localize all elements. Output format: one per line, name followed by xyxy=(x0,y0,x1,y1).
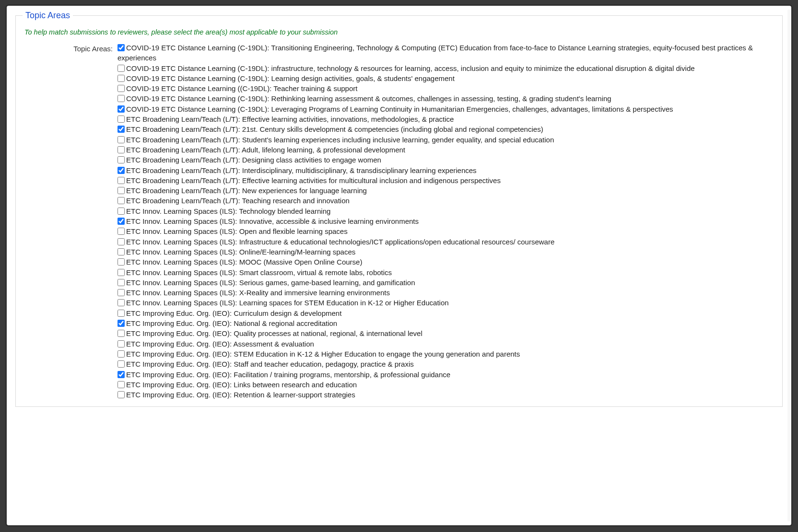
topic-checkbox[interactable] xyxy=(117,299,125,306)
topic-option[interactable]: ETC Improving Educ. Org. (IEO): Retentio… xyxy=(117,390,775,400)
topic-checkbox[interactable] xyxy=(117,381,125,388)
topic-label: COVID-19 ETC Distance Learning ((C-19DL)… xyxy=(126,84,357,93)
topic-option[interactable]: ETC Innov. Learning Spaces (ILS): Online… xyxy=(117,247,775,257)
topic-label: ETC Improving Educ. Org. (IEO): Assessme… xyxy=(126,340,314,348)
topic-checkbox[interactable] xyxy=(117,218,125,225)
viewport: Topic Areas To help match submissions to… xyxy=(0,0,798,532)
topic-option[interactable]: COVID-19 ETC Distance Learning (C-19DL):… xyxy=(117,104,775,114)
topic-checkbox[interactable] xyxy=(117,44,125,51)
topic-label: ETC Innov. Learning Spaces (ILS): Smart … xyxy=(126,268,392,277)
topic-option[interactable]: ETC Innov. Learning Spaces (ILS): Smart … xyxy=(117,267,775,278)
topic-label: ETC Innov. Learning Spaces (ILS): Innova… xyxy=(126,217,419,225)
topic-label: ETC Broadening Learn/Teach (L/T): Effect… xyxy=(126,176,501,185)
topic-label: ETC Improving Educ. Org. (IEO): Quality … xyxy=(126,329,422,337)
topic-checkbox[interactable] xyxy=(117,156,125,163)
topic-checkbox[interactable] xyxy=(117,197,125,204)
topic-label: COVID-19 ETC Distance Learning (C-19DL):… xyxy=(126,74,455,82)
topic-label: ETC Innov. Learning Spaces (ILS): Infras… xyxy=(126,238,554,246)
topic-checkbox[interactable] xyxy=(117,126,125,133)
topic-label: COVID-19 ETC Distance Learning (C-19DL):… xyxy=(117,44,753,62)
topic-checkbox[interactable] xyxy=(117,187,125,194)
topic-option[interactable]: ETC Improving Educ. Org. (IEO): Links be… xyxy=(117,380,775,390)
form-row: Topic Areas: COVID-19 ETC Distance Learn… xyxy=(23,43,775,400)
topic-checkbox[interactable] xyxy=(117,391,125,398)
topic-checkbox[interactable] xyxy=(117,310,125,317)
topic-checkbox[interactable] xyxy=(117,65,125,72)
topic-checkbox[interactable] xyxy=(117,95,125,102)
topic-checkbox[interactable] xyxy=(117,289,125,296)
topic-option[interactable]: ETC Broadening Learn/Teach (L/T): Effect… xyxy=(117,114,775,124)
topic-checkbox[interactable] xyxy=(117,146,125,153)
topic-option[interactable]: ETC Broadening Learn/Teach (L/T): Design… xyxy=(117,155,775,165)
topic-option[interactable]: ETC Broadening Learn/Teach (L/T): Studen… xyxy=(117,135,775,145)
topic-option[interactable]: ETC Innov. Learning Spaces (ILS): Techno… xyxy=(117,206,775,216)
topic-option[interactable]: ETC Improving Educ. Org. (IEO): Curricul… xyxy=(117,308,775,318)
topic-checkbox[interactable] xyxy=(117,228,125,235)
help-text: To help match submissions to reviewers, … xyxy=(24,28,775,36)
topic-option[interactable]: ETC Broadening Learn/Teach (L/T): New ex… xyxy=(117,185,775,196)
topic-option[interactable]: COVID-19 ETC Distance Learning (C-19DL):… xyxy=(117,63,775,73)
topic-label: ETC Broadening Learn/Teach (L/T): New ex… xyxy=(126,186,367,195)
topic-option[interactable]: ETC Broadening Learn/Teach (L/T): Effect… xyxy=(117,175,775,185)
topic-option[interactable]: ETC Improving Educ. Org. (IEO): Assessme… xyxy=(117,339,775,349)
topic-checkbox[interactable] xyxy=(117,360,125,368)
topic-checkbox[interactable] xyxy=(117,279,125,286)
topic-checkbox[interactable] xyxy=(117,85,125,92)
topic-option[interactable]: ETC Broadening Learn/Teach (L/T): Interd… xyxy=(117,165,775,175)
topic-label: COVID-19 ETC Distance Learning (C-19DL):… xyxy=(126,64,695,72)
topic-label: COVID-19 ETC Distance Learning (C-19DL):… xyxy=(126,94,611,103)
topic-label: ETC Broadening Learn/Teach (L/T): Teachi… xyxy=(126,197,350,205)
topic-checkbox[interactable] xyxy=(117,269,125,276)
topic-checkbox[interactable] xyxy=(117,330,125,337)
fieldset-legend: Topic Areas xyxy=(23,11,73,21)
topic-option[interactable]: ETC Innov. Learning Spaces (ILS): Innova… xyxy=(117,216,775,226)
topic-checkbox[interactable] xyxy=(117,350,125,358)
topic-option[interactable]: ETC Improving Educ. Org. (IEO): National… xyxy=(117,318,775,328)
topic-label: ETC Broadening Learn/Teach (L/T): Interd… xyxy=(126,166,477,174)
topic-checkbox[interactable] xyxy=(117,208,125,215)
topic-label: ETC Innov. Learning Spaces (ILS): Seriou… xyxy=(126,278,415,287)
topic-option[interactable]: ETC Improving Educ. Org. (IEO): Staff an… xyxy=(117,359,775,369)
topic-option[interactable]: ETC Innov. Learning Spaces (ILS): X-Real… xyxy=(117,288,775,298)
topic-label: ETC Improving Educ. Org. (IEO): Facilita… xyxy=(126,370,450,379)
topic-checkbox[interactable] xyxy=(117,248,125,255)
topic-label: COVID-19 ETC Distance Learning (C-19DL):… xyxy=(126,105,673,113)
topic-option[interactable]: ETC Innov. Learning Spaces (ILS): Open a… xyxy=(117,226,775,236)
topic-option[interactable]: COVID-19 ETC Distance Learning (C-19DL):… xyxy=(117,73,775,83)
topic-checkbox[interactable] xyxy=(117,136,125,143)
topic-option[interactable]: ETC Improving Educ. Org. (IEO): Facilita… xyxy=(117,370,775,380)
topic-checkbox[interactable] xyxy=(117,105,125,113)
topic-checkbox[interactable] xyxy=(117,75,125,82)
topic-option[interactable]: ETC Innov. Learning Spaces (ILS): Infras… xyxy=(117,237,775,247)
topic-areas-fieldset: Topic Areas To help match submissions to… xyxy=(15,11,783,407)
topic-checkbox[interactable] xyxy=(117,177,125,184)
topic-option[interactable]: ETC Improving Educ. Org. (IEO): Quality … xyxy=(117,328,775,338)
topic-label: ETC Improving Educ. Org. (IEO): Staff an… xyxy=(126,360,414,368)
page: Topic Areas To help match submissions to… xyxy=(6,5,792,526)
topic-option[interactable]: ETC Improving Educ. Org. (IEO): STEM Edu… xyxy=(117,349,775,359)
topic-option[interactable]: ETC Innov. Learning Spaces (ILS): Seriou… xyxy=(117,278,775,288)
topic-checkbox[interactable] xyxy=(117,371,125,378)
topic-option[interactable]: ETC Broadening Learn/Teach (L/T): 21st. … xyxy=(117,124,775,134)
topic-checkbox[interactable] xyxy=(117,238,125,245)
topic-option[interactable]: ETC Broadening Learn/Teach (L/T): Adult,… xyxy=(117,145,775,155)
topic-label: ETC Innov. Learning Spaces (ILS): X-Real… xyxy=(126,289,390,297)
topic-option[interactable]: ETC Broadening Learn/Teach (L/T): Teachi… xyxy=(117,196,775,206)
topic-option[interactable]: COVID-19 ETC Distance Learning (C-19DL):… xyxy=(117,43,775,63)
topic-option[interactable]: COVID-19 ETC Distance Learning ((C-19DL)… xyxy=(117,83,775,93)
topic-label: ETC Innov. Learning Spaces (ILS): MOOC (… xyxy=(126,258,362,266)
topic-checkbox[interactable] xyxy=(117,258,125,266)
topic-label: ETC Broadening Learn/Teach (L/T): Studen… xyxy=(126,136,554,144)
topic-checkbox[interactable] xyxy=(117,116,125,123)
topic-option[interactable]: ETC Innov. Learning Spaces (ILS): MOOC (… xyxy=(117,257,775,267)
topic-label: ETC Innov. Learning Spaces (ILS): Learni… xyxy=(126,299,449,307)
topic-areas-label: Topic Areas: xyxy=(23,43,113,53)
topic-label: ETC Broadening Learn/Teach (L/T): Effect… xyxy=(126,115,454,123)
topic-label: ETC Innov. Learning Spaces (ILS): Open a… xyxy=(126,227,348,235)
topic-option[interactable]: COVID-19 ETC Distance Learning (C-19DL):… xyxy=(117,93,775,104)
topic-checkbox[interactable] xyxy=(117,340,125,347)
topic-checkbox[interactable] xyxy=(117,320,125,327)
topic-option[interactable]: ETC Innov. Learning Spaces (ILS): Learni… xyxy=(117,298,775,308)
topic-checkbox[interactable] xyxy=(117,167,125,174)
topic-label: ETC Broadening Learn/Teach (L/T): Adult,… xyxy=(126,146,405,154)
